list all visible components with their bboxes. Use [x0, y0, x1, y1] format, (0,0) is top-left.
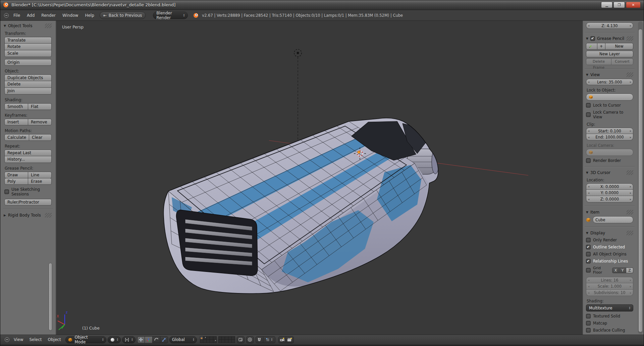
layer-cell[interactable]: [222, 336, 225, 340]
snap-element-dropdown[interactable]: ▴▾: [263, 336, 275, 343]
viewport-shading-dropdown[interactable]: ▴▾: [108, 336, 121, 343]
layer-cell[interactable]: [210, 340, 213, 343]
grid-subdivisions-slider[interactable]: ◂Subdivisions: 10▸: [586, 290, 633, 296]
translate-manipulator-button[interactable]: [145, 336, 153, 343]
location-z-slider[interactable]: ◂ Z: 4.130 ▸: [586, 22, 633, 29]
new-layer-button[interactable]: New Layer: [586, 51, 633, 57]
all-origins-checkbox[interactable]: ✔: [586, 252, 591, 256]
ruler-protractor-button[interactable]: Ruler/Protractor: [4, 199, 52, 206]
toolshelf-scrollbar[interactable]: [49, 263, 52, 331]
use-sketching-checkbox[interactable]: ✔: [4, 189, 9, 194]
textured-solid-checkbox[interactable]: ✔: [586, 314, 591, 319]
increment-arrow-icon[interactable]: ▸: [630, 24, 631, 27]
menu-select[interactable]: Select: [26, 337, 45, 342]
lock-to-object-field[interactable]: [586, 94, 633, 101]
layer-block-2[interactable]: [218, 336, 235, 343]
layer-cell[interactable]: [222, 340, 225, 343]
layer-cell[interactable]: [228, 336, 232, 340]
back-to-previous-button[interactable]: ⇤ Back to Previous: [100, 12, 146, 19]
scale-button[interactable]: Scale: [4, 50, 52, 57]
panel-resize-hatch[interactable]: [627, 231, 633, 235]
clip-start-slider[interactable]: ◂Start: 0.100▸: [586, 128, 633, 134]
translate-button[interactable]: Translate: [4, 37, 52, 44]
opengl-animation-button[interactable]: [286, 336, 294, 343]
hovercar-model[interactable]: [164, 118, 439, 293]
history-button[interactable]: History...: [4, 156, 52, 163]
layer-block-1[interactable]: [200, 336, 217, 343]
duplicate-objects-button[interactable]: Duplicate Objects: [4, 74, 52, 81]
use-sketching-sessions-row[interactable]: ✔ Use Sketching Sessions: [4, 187, 52, 196]
panel-resize-hatch[interactable]: [627, 170, 633, 175]
panel-resize-hatch[interactable]: [45, 23, 52, 28]
outline-selected-checkbox[interactable]: ✔: [586, 245, 591, 249]
calculate-button[interactable]: Calculate: [4, 134, 29, 141]
layer-cell[interactable]: [218, 340, 222, 343]
rotate-manipulator-button[interactable]: [153, 336, 160, 343]
manipulator-toggle[interactable]: [137, 336, 145, 343]
grid-x-toggle[interactable]: X: [612, 268, 619, 273]
maximize-button[interactable]: ❐: [613, 2, 625, 8]
flat-button[interactable]: Flat: [28, 103, 52, 110]
object-tools-header[interactable]: ▼ Object Tools: [4, 23, 52, 28]
layer-cell[interactable]: [232, 336, 235, 340]
layer-cell[interactable]: [218, 336, 222, 340]
delete-frame-button[interactable]: Delete Frame: [586, 58, 611, 65]
grid-z-toggle[interactable]: Z: [626, 268, 633, 273]
decrement-arrow-icon[interactable]: ◂: [588, 24, 589, 27]
gp-line-button[interactable]: Line: [28, 172, 52, 178]
menu-help[interactable]: Help: [82, 12, 97, 19]
layer-cell[interactable]: [228, 340, 232, 343]
textured-solid-row[interactable]: ✔ Textured Solid: [586, 314, 633, 319]
layer-cell[interactable]: [213, 340, 217, 343]
display-panel-header[interactable]: ▼ Display: [586, 231, 633, 235]
layer-cell[interactable]: [200, 340, 203, 343]
grease-pencil-panel-header[interactable]: ▼ ✔ Grease Pencil: [586, 36, 633, 41]
gp-poly-button[interactable]: Poly: [4, 178, 28, 185]
repeat-last-button[interactable]: Repeat Last: [4, 150, 52, 156]
rigid-body-tools-header[interactable]: ▶ Rigid Body Tools: [4, 213, 52, 218]
only-render-row[interactable]: ✔ Only Render: [586, 238, 633, 242]
cursor-z-slider[interactable]: ◂Z: 0.0000▸: [586, 196, 633, 203]
gp-add-button[interactable]: +: [597, 43, 605, 50]
shading-mode-dropdown[interactable]: Multitexture ▴▾: [586, 304, 633, 311]
3d-viewport[interactable]: User Persp (1) Cube X z: [56, 21, 582, 335]
origin-button[interactable]: Origin: [4, 59, 52, 66]
layer-cell[interactable]: [203, 340, 207, 343]
outline-selected-row[interactable]: ✔ Outline Selected: [586, 245, 633, 249]
menu-add[interactable]: Add: [23, 12, 38, 19]
pivot-point-dropdown[interactable]: ▴▾: [122, 336, 136, 343]
empty-object[interactable]: [294, 49, 302, 57]
lock-to-cursor-row[interactable]: ✔ Lock to Cursor: [586, 103, 633, 108]
object-name-field[interactable]: Cube: [593, 216, 633, 223]
insert-keyframe-button[interactable]: Insert: [4, 119, 28, 125]
layer-cell[interactable]: [225, 336, 228, 340]
layer-cell[interactable]: [207, 336, 210, 340]
gp-draw-button[interactable]: Draw: [4, 172, 28, 178]
backface-checkbox[interactable]: ✔: [586, 328, 591, 333]
clear-button[interactable]: Clear: [29, 134, 52, 141]
cursor-x-slider[interactable]: ◂X: 0.0000▸: [586, 183, 633, 190]
panel-resize-hatch[interactable]: [627, 210, 633, 215]
orientation-dropdown[interactable]: Global ▴▾: [169, 336, 197, 343]
layer-cell[interactable]: [200, 336, 203, 340]
relationship-lines-row[interactable]: ✔ Relationship Lines: [586, 259, 633, 264]
lock-camera-row[interactable]: ✔ Lock Camera to View: [586, 110, 633, 119]
menu-object[interactable]: Object: [45, 337, 64, 342]
snap-toggle-button[interactable]: [256, 336, 263, 343]
mode-dropdown[interactable]: Object Mode ▴▾: [65, 336, 106, 343]
editor-type-icon[interactable]: [5, 337, 9, 342]
layer-cell[interactable]: [207, 340, 210, 343]
item-panel-header[interactable]: ▼ Item: [586, 210, 633, 215]
grid-floor-row[interactable]: ✔ Grid Floor X Y Z: [586, 266, 633, 275]
backface-culling-row[interactable]: ✔ Backface Culling: [586, 328, 633, 333]
grid-floor-checkbox[interactable]: ✔: [586, 268, 591, 273]
layer-cell[interactable]: [203, 336, 207, 340]
layer-cell[interactable]: [225, 340, 228, 343]
title-bar[interactable]: Blender* [C:\Users\Pepe\Documents\Blende…: [0, 0, 644, 10]
grid-y-toggle[interactable]: Y: [619, 268, 626, 273]
grease-pencil-checkbox[interactable]: ✔: [590, 36, 595, 41]
convert-button[interactable]: Convert: [611, 58, 633, 65]
gp-draw-mode-dropdown[interactable]: ▴▾: [586, 43, 597, 50]
smooth-button[interactable]: Smooth: [4, 103, 28, 110]
opengl-render-button[interactable]: [278, 336, 286, 343]
